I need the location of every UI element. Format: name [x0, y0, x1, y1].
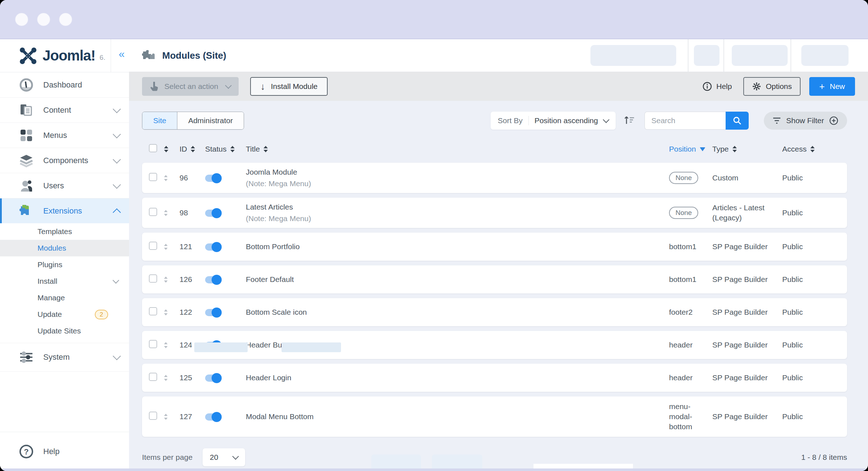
new-button[interactable]: + New	[809, 77, 855, 96]
modules-puzzle-icon	[142, 49, 155, 62]
status-column-header[interactable]: Status	[205, 145, 235, 153]
title-column-header[interactable]: Title	[246, 145, 268, 153]
window-minimize-button[interactable]	[37, 13, 50, 26]
ordering-sort-header[interactable]	[164, 146, 168, 152]
items-per-page-value: 20	[210, 453, 233, 462]
row-checkbox[interactable]	[149, 412, 157, 420]
drag-handle-icon[interactable]	[164, 244, 168, 250]
drag-handle-icon[interactable]	[164, 175, 168, 181]
sidebar-subitem-update-sites[interactable]: Update Sites	[0, 323, 129, 339]
svg-text:?: ?	[24, 447, 28, 456]
sidebar-subitem-templates[interactable]: Templates	[0, 223, 129, 240]
install-module-button[interactable]: ↓ Install Module	[250, 77, 328, 96]
toggle-knob	[212, 308, 222, 318]
sidebar-item-label: Components	[43, 156, 114, 165]
status-toggle[interactable]	[205, 413, 220, 421]
sidebar-item-users[interactable]: Users	[0, 173, 129, 198]
row-title[interactable]: Footer Default	[246, 275, 669, 284]
row-id: 125	[180, 373, 205, 382]
row-checkbox[interactable]	[149, 242, 157, 250]
items-per-page-select[interactable]: 20	[203, 448, 245, 466]
chevron-down-icon	[113, 130, 121, 138]
drag-handle-icon[interactable]	[164, 414, 168, 420]
sort-arrows-icon	[732, 146, 737, 152]
status-toggle[interactable]	[205, 309, 220, 316]
drag-handle-icon[interactable]	[164, 309, 168, 315]
search-input[interactable]	[645, 112, 726, 130]
drag-handle-icon[interactable]	[164, 277, 168, 283]
subitem-label: Templates	[37, 227, 72, 236]
window-maximize-button[interactable]	[59, 13, 72, 26]
row-position: footer2	[669, 307, 712, 317]
menus-icon	[19, 128, 34, 143]
row-title[interactable]: Modal Menu Bottom	[246, 412, 669, 421]
row-title[interactable]: Header Login	[246, 373, 669, 382]
status-toggle[interactable]	[205, 243, 220, 251]
options-button[interactable]: Options	[743, 77, 800, 96]
chevron-down-icon	[113, 105, 121, 113]
search-button[interactable]	[726, 112, 749, 130]
drag-handle-icon[interactable]	[164, 210, 168, 216]
sidebar-collapse-icon[interactable]: «	[119, 48, 125, 60]
status-toggle[interactable]	[205, 374, 220, 382]
access-column-header[interactable]: Access	[782, 145, 815, 153]
table-row: 127 Modal Menu Bottom menu-modal-bottom …	[142, 396, 847, 437]
sidebar-item-system[interactable]: System	[0, 343, 129, 372]
help-label: Help	[716, 82, 732, 91]
update-count-badge: 2	[95, 310, 108, 319]
options-label: Options	[766, 82, 792, 91]
row-access: Public	[782, 373, 847, 382]
sidebar-item-dashboard[interactable]: Dashboard	[0, 72, 129, 98]
sidebar-subitem-update[interactable]: Update2	[0, 306, 129, 323]
sort-by-label: Sort By	[498, 116, 523, 125]
status-toggle[interactable]	[205, 276, 220, 283]
status-toggle[interactable]	[205, 175, 220, 182]
row-access: Public	[782, 242, 847, 251]
row-title[interactable]: Bottom Scale icon	[246, 308, 669, 317]
status-toggle[interactable]	[205, 210, 220, 217]
position-column-header[interactable]: Position	[669, 145, 705, 153]
sidebar-item-menus[interactable]: Menus	[0, 123, 129, 148]
joomla-version: 6.	[99, 54, 105, 62]
sidebar-subitem-plugins[interactable]: Plugins	[0, 256, 129, 273]
id-column-header[interactable]: ID	[180, 145, 195, 153]
help-question-icon: ?	[19, 444, 34, 459]
row-checkbox[interactable]	[149, 208, 157, 216]
row-title[interactable]: Latest Articles	[246, 203, 669, 211]
drag-handle-icon[interactable]	[164, 342, 168, 348]
sidebar-subitem-install[interactable]: Install	[0, 273, 129, 290]
sidebar-item-help[interactable]: ? Help	[0, 432, 129, 471]
sort-by-dropdown[interactable]: Sort By Position ascending	[491, 112, 616, 130]
table-footer: Items per page 20 1 - 8 / 8 items	[142, 448, 847, 466]
download-arrow-icon: ↓	[260, 82, 265, 91]
sidebar-item-extensions[interactable]: Extensions	[0, 198, 129, 223]
sidebar-item-content[interactable]: Content	[0, 98, 129, 123]
row-checkbox[interactable]	[149, 173, 157, 181]
row-checkbox[interactable]	[149, 274, 157, 283]
row-checkbox[interactable]	[149, 307, 157, 315]
select-all-checkbox[interactable]	[149, 144, 157, 152]
sidebar-subitem-manage[interactable]: Manage	[0, 290, 129, 306]
show-filter-button[interactable]: Show Filter	[764, 112, 847, 130]
sidebar-item-components[interactable]: Components	[0, 148, 129, 173]
type-column-header[interactable]: Type	[712, 145, 737, 153]
header-skeleton-placeholder	[590, 45, 676, 66]
sort-direction-button[interactable]	[624, 115, 635, 127]
sidebar-spacer	[0, 372, 129, 432]
row-note: (Note: Mega Menu)	[246, 214, 669, 223]
row-checkbox[interactable]	[149, 340, 157, 348]
drag-handle-icon[interactable]	[164, 375, 168, 381]
toggle-knob	[212, 208, 222, 218]
row-checkbox[interactable]	[149, 373, 157, 381]
select-action-label: Select an action	[164, 82, 218, 91]
tab-administrator[interactable]: Administrator	[177, 112, 244, 129]
sidebar-subitem-modules[interactable]: Modules	[0, 240, 129, 256]
row-title[interactable]: Bottom Portfolio	[246, 242, 669, 251]
select-action-button[interactable]: Select an action	[142, 77, 239, 96]
help-button[interactable]: Help	[700, 77, 735, 96]
window-titlebar	[0, 0, 868, 39]
row-title[interactable]: Joomla Module	[246, 168, 669, 176]
row-skeleton-placeholder	[282, 342, 341, 352]
tab-site[interactable]: Site	[142, 112, 177, 129]
window-close-button[interactable]	[15, 13, 28, 26]
